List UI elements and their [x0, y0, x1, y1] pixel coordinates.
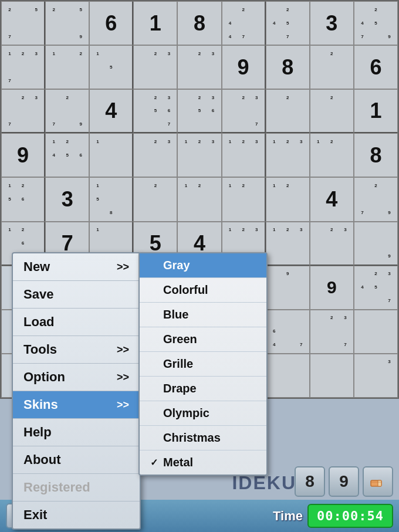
cell-5-7[interactable]: 23	[310, 222, 354, 266]
cell-4-3[interactable]: 2	[133, 177, 177, 221]
cell-6-7[interactable]: 9	[310, 266, 354, 310]
menu-item-new[interactable]: New >>	[13, 253, 140, 281]
numpad-area: 8 9	[295, 466, 393, 497]
skin-gray[interactable]: Gray	[140, 253, 266, 278]
menu-item-save[interactable]: Save	[13, 281, 140, 309]
cell-2-0[interactable]: 237	[1, 89, 45, 133]
cell-4-6[interactable]: 12	[266, 177, 310, 221]
cell-8-7[interactable]	[310, 354, 354, 398]
cell-2-7[interactable]: 2	[310, 89, 354, 133]
cell-2-5[interactable]: 237	[222, 89, 266, 133]
skins-submenu: Gray Colorful Blue Green Grille Drape Ol…	[138, 252, 268, 476]
cell-3-3[interactable]: 23	[133, 133, 177, 177]
cell-4-2[interactable]: 158	[89, 177, 133, 221]
cell-4-8[interactable]: 279	[354, 177, 398, 221]
cell-0-6[interactable]: 2457	[266, 1, 310, 45]
svg-rect-2	[370, 482, 382, 483]
cell-4-7[interactable]: 4	[310, 177, 354, 221]
cell-1-0[interactable]: 1237	[1, 45, 45, 89]
time-display: 00:00:54	[307, 504, 393, 528]
cell-1-2[interactable]: 15	[89, 45, 133, 89]
skin-green[interactable]: Green	[140, 327, 266, 352]
cell-8-8[interactable]: 3	[354, 354, 398, 398]
cell-3-6[interactable]: 123	[266, 133, 310, 177]
menu-item-registered: Registered	[13, 474, 140, 501]
eraser-button[interactable]	[363, 466, 393, 497]
time-label: Time	[273, 509, 303, 524]
cell-0-7[interactable]: 3	[310, 1, 354, 45]
cell-5-8[interactable]: 9	[354, 222, 398, 266]
skin-grille[interactable]: Grille	[140, 352, 266, 377]
cell-7-7[interactable]: 237	[310, 310, 354, 354]
cell-1-5[interactable]: 9	[222, 45, 266, 89]
cell-4-5[interactable]: 12	[222, 177, 266, 221]
cell-1-4[interactable]: 23	[177, 45, 221, 89]
cell-6-8[interactable]: 23457	[354, 266, 398, 310]
cell-2-4[interactable]: 2356	[177, 89, 221, 133]
skin-olympic[interactable]: Olympic	[140, 401, 266, 426]
main-menu: New >> Save Load Tools >> Option >> Skin…	[12, 252, 141, 530]
cell-3-5[interactable]: 123	[222, 133, 266, 177]
menu-item-help[interactable]: Help	[13, 419, 140, 446]
cell-0-4[interactable]: 8	[177, 1, 221, 45]
skin-colorful[interactable]: Colorful	[140, 278, 266, 303]
cell-3-4[interactable]: 123	[177, 133, 221, 177]
cell-2-1[interactable]: 279	[45, 89, 89, 133]
num8-button[interactable]: 8	[295, 466, 325, 497]
cell-3-8[interactable]: 8	[354, 133, 398, 177]
cell-3-0[interactable]: 9	[1, 133, 45, 177]
menu-item-skins[interactable]: Skins >>	[13, 391, 140, 419]
cell-3-7[interactable]: 12	[310, 133, 354, 177]
cell-0-8[interactable]: 24579	[354, 1, 398, 45]
menu-item-about[interactable]: About	[13, 446, 140, 474]
menu-item-exit[interactable]: Exit	[13, 501, 140, 528]
cell-1-3[interactable]: 23	[133, 45, 177, 89]
cell-2-2[interactable]: 4	[89, 89, 133, 133]
cell-5-6[interactable]: 123	[266, 222, 310, 266]
cell-0-2[interactable]: 6	[89, 1, 133, 45]
menu-item-tools[interactable]: Tools >>	[13, 336, 140, 364]
cell-0-0[interactable]: 257	[1, 1, 45, 45]
time-section: Time 00:00:54	[273, 504, 393, 528]
cell-1-6[interactable]: 8	[266, 45, 310, 89]
cell-3-1[interactable]: 12456	[45, 133, 89, 177]
cell-2-8[interactable]: 1	[354, 89, 398, 133]
cell-0-5[interactable]: 2447	[222, 1, 266, 45]
cell-1-7[interactable]: 2	[310, 45, 354, 89]
num9-button[interactable]: 9	[329, 466, 359, 497]
cell-0-3[interactable]: 1	[133, 1, 177, 45]
cell-2-6[interactable]: 2	[266, 89, 310, 133]
cell-1-1[interactable]: 12	[45, 45, 89, 89]
cell-1-8[interactable]: 6	[354, 45, 398, 89]
skin-drape[interactable]: Drape	[140, 377, 266, 401]
cell-8-6[interactable]	[266, 354, 310, 398]
cell-4-4[interactable]: 12	[177, 177, 221, 221]
skin-metal[interactable]: ✓ Metal	[140, 450, 266, 475]
cell-6-6[interactable]: 9	[266, 266, 310, 310]
cell-3-2[interactable]: 1	[89, 133, 133, 177]
menu-item-option[interactable]: Option >>	[13, 364, 140, 391]
skin-christmas[interactable]: Christmas	[140, 426, 266, 450]
svg-rect-1	[378, 480, 381, 486]
cell-4-1[interactable]: 3	[45, 177, 89, 221]
cell-7-8[interactable]	[354, 310, 398, 354]
cell-4-0[interactable]: 1256	[1, 177, 45, 221]
menu-item-load[interactable]: Load	[13, 309, 140, 336]
cell-2-3[interactable]: 23567	[133, 89, 177, 133]
cell-7-6[interactable]: 647	[266, 310, 310, 354]
skin-blue[interactable]: Blue	[140, 303, 266, 327]
cell-0-1[interactable]: 259	[45, 1, 89, 45]
